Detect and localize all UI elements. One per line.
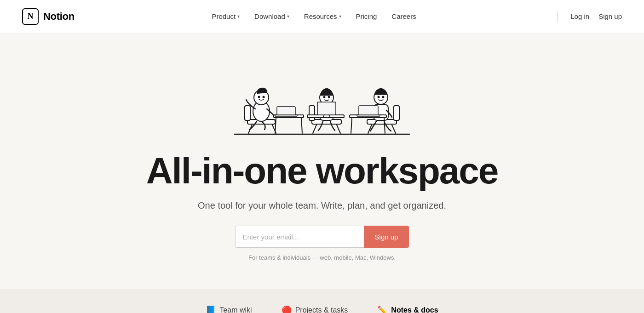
nav-signup-link[interactable]: Sign up (598, 12, 622, 20)
notes-docs-icon: ✏️ (377, 305, 387, 313)
tab-notes-label: Notes & docs (391, 306, 438, 313)
login-link[interactable]: Log in (570, 12, 589, 20)
hero-illustration (207, 51, 437, 143)
nav-product[interactable]: Product ▾ (212, 12, 240, 20)
tab-notes-docs[interactable]: ✏️ Notes & docs (362, 298, 453, 313)
nav-right: Log in Sign up (553, 11, 622, 22)
tab-projects-tasks[interactable]: 🔴 Projects & tasks (267, 298, 363, 313)
svg-point-8 (263, 97, 264, 98)
hero-title: All-in-one workspace (146, 151, 498, 191)
nav-download-label: Download (254, 12, 285, 20)
hero-note: For teams & individuals — web, mobile, M… (248, 254, 396, 261)
svg-point-20 (324, 97, 325, 98)
chevron-down-icon: ▾ (339, 14, 341, 19)
svg-rect-30 (394, 106, 399, 120)
nav-resources[interactable]: Resources ▾ (304, 12, 341, 20)
hero-section: All-in-one workspace One tool for your w… (0, 33, 644, 289)
team-wiki-icon: 📘 (206, 305, 216, 313)
svg-point-7 (259, 97, 260, 98)
svg-rect-12 (277, 107, 295, 116)
feature-tabs: 📘 Team wiki 🔴 Projects & tasks ✏️ Notes … (0, 289, 644, 313)
nav-careers[interactable]: Careers (391, 12, 416, 20)
hero-subtitle: One tool for your whole team. Write, pla… (198, 200, 446, 211)
svg-rect-17 (309, 106, 315, 120)
chevron-down-icon: ▾ (237, 14, 240, 19)
nav-careers-label: Careers (391, 12, 416, 20)
chevron-down-icon: ▾ (287, 14, 289, 19)
logo-link[interactable]: N Notion (22, 8, 75, 25)
svg-line-36 (351, 118, 352, 133)
tab-team-wiki-label: Team wiki (219, 306, 252, 313)
svg-point-34 (383, 97, 384, 98)
logo-icon: N (22, 8, 39, 25)
tab-team-wiki[interactable]: 📘 Team wiki (191, 298, 266, 313)
svg-rect-39 (357, 115, 380, 116)
logo-text: Notion (43, 11, 75, 23)
svg-point-21 (328, 97, 330, 98)
nav-center: Product ▾ Download ▾ Resources ▾ Pricing… (212, 12, 416, 20)
svg-point-33 (378, 97, 380, 98)
logo-letter: N (28, 11, 34, 21)
signup-button[interactable]: Sign up (364, 226, 409, 248)
tab-projects-label: Projects & tasks (295, 306, 348, 313)
svg-rect-38 (359, 106, 378, 116)
svg-rect-4 (245, 106, 250, 120)
projects-tasks-icon: 🔴 (282, 305, 292, 313)
svg-line-11 (301, 118, 302, 133)
nav-pricing[interactable]: Pricing (356, 12, 377, 20)
nav-divider (557, 11, 558, 22)
navbar: N Notion Product ▾ Download ▾ Resources … (0, 0, 644, 33)
nav-pricing-label: Pricing (356, 12, 377, 20)
nav-download[interactable]: Download ▾ (254, 12, 289, 20)
nav-resources-label: Resources (304, 12, 337, 20)
svg-rect-13 (275, 115, 297, 116)
nav-product-label: Product (212, 12, 236, 20)
svg-rect-23 (317, 102, 336, 115)
hero-form: Sign up (235, 226, 409, 248)
email-input[interactable] (235, 226, 364, 248)
